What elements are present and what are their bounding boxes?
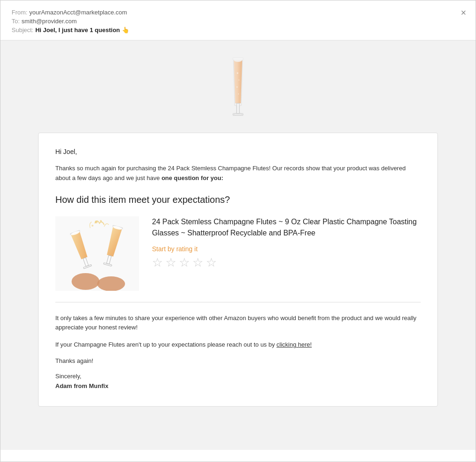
- svg-rect-16: [106, 255, 111, 264]
- footer-link-pre: If your Champagne Flutes aren't up to yo…: [55, 341, 277, 348]
- from-label: From:: [12, 9, 27, 16]
- divider: [55, 302, 421, 302]
- svg-rect-17: [104, 262, 112, 266]
- rating-label: Start by rating it: [152, 245, 421, 253]
- svg-rect-13: [83, 264, 92, 268]
- svg-point-4: [237, 87, 238, 87]
- greeting-text: Hi Joel,: [55, 148, 421, 155]
- thanks-text: Thanks again!: [55, 357, 421, 364]
- star-1[interactable]: ☆: [152, 256, 163, 268]
- star-5[interactable]: ☆: [206, 256, 217, 268]
- star-4[interactable]: ☆: [192, 256, 203, 268]
- product-image-area: [55, 216, 139, 291]
- clicking-here-link[interactable]: clicking here!: [277, 341, 312, 348]
- product-title: 24 Pack Stemless Champagne Flutes ~ 9 Oz…: [152, 216, 421, 239]
- sincerely-text: Sincerely,: [55, 372, 421, 382]
- footer-link-text: If your Champagne Flutes aren't up to yo…: [55, 340, 421, 350]
- from-row: From:yourAmazonAcct@marketplace.com: [12, 9, 464, 16]
- subject-label: Subject:: [12, 27, 33, 33]
- to-label: To:: [12, 18, 20, 25]
- question-heading: How did this item meet your expectations…: [55, 194, 421, 205]
- svg-point-9: [97, 276, 125, 291]
- svg-point-6: [237, 73, 238, 74]
- svg-point-18: [95, 221, 98, 223]
- svg-point-7: [238, 94, 239, 94]
- champagne-glass-icon: [222, 54, 254, 120]
- star-3[interactable]: ☆: [179, 256, 190, 268]
- intro-body: Thanks so much again for purchasing the …: [55, 165, 406, 181]
- footer-text: It only takes a few minutes to share you…: [55, 314, 421, 333]
- svg-rect-12: [83, 257, 89, 266]
- intro-text: Thanks so much again for purchasing the …: [55, 164, 421, 183]
- star-2[interactable]: ☆: [165, 256, 176, 268]
- from-value: yourAmazonAcct@marketplace.com: [29, 9, 127, 16]
- svg-rect-2: [237, 103, 239, 114]
- to-row: To:smith@provider.com: [12, 18, 464, 25]
- product-info: 24 Pack Stemless Champagne Flutes ~ 9 Oz…: [152, 216, 421, 268]
- email-card: Hi Joel, Thanks so much again for purcha…: [38, 133, 438, 407]
- email-header: × From:yourAmazonAcct@marketplace.com To…: [0, 0, 476, 40]
- sender-name: Adam from Munfix: [55, 382, 421, 391]
- svg-point-19: [100, 220, 102, 222]
- stars-row[interactable]: ☆ ☆ ☆ ☆ ☆: [152, 256, 421, 268]
- svg-rect-1: [233, 58, 243, 60]
- hero-image-area: [28, 54, 448, 121]
- svg-point-20: [92, 225, 93, 227]
- to-value: smith@provider.com: [21, 18, 77, 25]
- svg-point-8: [72, 273, 99, 290]
- svg-point-5: [238, 80, 239, 80]
- product-section: 24 Pack Stemless Champagne Flutes ~ 9 Oz…: [55, 216, 421, 291]
- subject-value: Hi Joel, I just have 1 question 👆: [35, 27, 129, 33]
- subject-row: Subject:Hi Joel, I just have 1 question …: [12, 27, 464, 33]
- close-button[interactable]: ×: [461, 8, 466, 17]
- product-image: [55, 216, 139, 291]
- product-glasses-icon: [55, 216, 139, 291]
- intro-bold: one question for you:: [161, 174, 223, 181]
- email-body: Hi Joel, Thanks so much again for purcha…: [0, 40, 476, 450]
- sign-off: Sincerely, Adam from Munfix: [55, 372, 421, 391]
